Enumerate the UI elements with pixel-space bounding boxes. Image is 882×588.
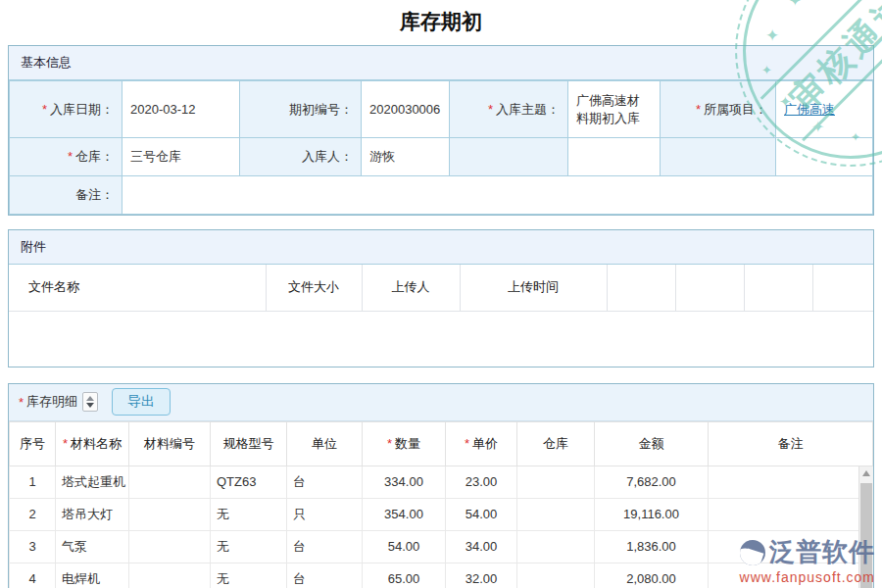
basic-info-panel: 基本信息 *入库日期： 2020-03-12 期初编号： 2020030006 … <box>8 45 874 216</box>
cell-material-name: 电焊机 <box>56 563 129 588</box>
col-remark: 备注 <box>709 421 873 466</box>
cell-material-name: 气泵 <box>56 530 129 563</box>
sort-up-arrow-icon <box>86 396 94 401</box>
cell-quantity: 54.00 <box>363 530 446 563</box>
cell-unit: 台 <box>287 466 363 498</box>
sort-down-arrow-icon <box>86 403 94 408</box>
cell-unit-price: 34.00 <box>446 530 517 563</box>
col-empty <box>675 265 744 311</box>
cell-quantity: 354.00 <box>363 498 446 530</box>
cell-quantity: 65.00 <box>363 563 446 588</box>
basic-info-table: *入库日期： 2020-03-12 期初编号： 2020030006 *入库主题… <box>9 80 873 215</box>
cell-unit: 台 <box>287 563 363 588</box>
col-upload-time: 上传时间 <box>460 265 607 311</box>
required-asterisk: * <box>63 436 68 451</box>
cell-amount: 7,682.00 <box>595 466 709 498</box>
col-uploader: 上传人 <box>362 265 460 311</box>
required-asterisk: * <box>387 436 392 451</box>
fanpu-url-text: www.fanpusoft.com <box>740 569 875 585</box>
col-material-code: 材料编号 <box>129 421 211 466</box>
cell-material-code <box>129 498 211 530</box>
cell-quantity: 334.00 <box>363 466 446 498</box>
cell-amount: 19,116.00 <box>595 498 709 530</box>
cell-unit-price: 23.00 <box>446 466 517 498</box>
project-link[interactable]: 广佛高速 <box>784 102 835 117</box>
col-spec-model: 规格型号 <box>211 421 287 466</box>
cell-unit: 台 <box>287 530 363 563</box>
cell-unit: 只 <box>287 498 363 530</box>
cell-remark <box>709 498 873 530</box>
ruku-person-value: 游恢 <box>362 138 450 176</box>
attachment-panel: 附件 文件名称 文件大小 上传人 上传时间 <box>8 229 874 368</box>
col-empty <box>812 265 873 311</box>
detail-section-label: * 库存明细 <box>19 392 98 412</box>
page-title: 库存期初 <box>0 0 882 45</box>
project-label: *所属项目： <box>661 81 776 138</box>
ruku-subject-value: 广佛高速材料期初入库 <box>568 81 661 138</box>
cell-unit-price: 54.00 <box>446 498 517 530</box>
required-asterisk: * <box>42 102 47 117</box>
cell-material-name: 塔式起重机 <box>56 466 129 498</box>
basic-info-row-2: *仓库： 三号仓库 入库人： 游恢 <box>10 138 873 176</box>
attachment-table: 文件名称 文件大小 上传人 上传时间 <box>9 265 873 312</box>
required-asterisk: * <box>465 436 469 451</box>
ruku-date-label: *入库日期： <box>10 81 122 138</box>
col-unit-price: *单价 <box>446 421 517 466</box>
scrollbar-up-arrow-icon[interactable] <box>859 466 873 481</box>
fanpu-watermark: 泛普软件 www.fanpusoft.com <box>740 535 875 585</box>
cell-remark <box>709 466 873 498</box>
col-empty <box>744 265 812 311</box>
remark-label: 备注： <box>10 176 122 215</box>
col-warehouse: 仓库 <box>517 421 595 466</box>
remark-value <box>122 176 873 215</box>
cell-spec-model: 无 <box>211 498 287 530</box>
cell-seq: 2 <box>10 498 56 530</box>
empty-cell <box>450 138 568 176</box>
ruku-subject-label: *入库主题： <box>450 81 568 138</box>
col-material-name: *材料名称 <box>56 421 129 466</box>
cell-spec-model: 无 <box>211 563 287 588</box>
cell-amount: 2,080.00 <box>595 563 709 588</box>
cell-material-code <box>129 530 211 563</box>
basic-info-row-1: *入库日期： 2020-03-12 期初编号： 2020030006 *入库主题… <box>10 81 873 138</box>
cell-warehouse <box>517 530 595 563</box>
cell-material-code <box>129 563 211 588</box>
table-row: 2 塔吊大灯 无 只 354.00 54.00 19,116.00 <box>10 498 873 530</box>
col-file-name: 文件名称 <box>9 265 266 311</box>
warehouse-value: 三号仓库 <box>122 138 240 176</box>
cell-seq: 1 <box>10 466 56 498</box>
fanpu-logo-row: 泛普软件 <box>740 535 875 569</box>
basic-info-row-3: 备注： <box>10 176 873 215</box>
detail-header-row: 序号 *材料名称 材料编号 规格型号 单位 *数量 *单价 仓库 金额 备注 <box>10 421 873 466</box>
fanpu-logo-text: 泛普软件 <box>769 535 875 569</box>
project-value: 广佛高速 <box>776 81 873 138</box>
sort-spinner-icon[interactable] <box>82 392 98 412</box>
cell-material-name: 塔吊大灯 <box>56 498 129 530</box>
basic-info-section-title: 基本信息 <box>9 46 873 80</box>
empty-cell <box>776 138 873 176</box>
warehouse-label: *仓库： <box>10 138 122 176</box>
cell-spec-model: QTZ63 <box>211 466 287 498</box>
cell-amount: 1,836.00 <box>595 530 709 563</box>
attachment-empty-body <box>9 312 873 367</box>
col-seq: 序号 <box>10 421 56 466</box>
cell-seq: 3 <box>10 530 56 563</box>
cell-warehouse <box>517 563 595 588</box>
ruku-person-label: 入库人： <box>240 138 362 176</box>
col-quantity: *数量 <box>363 421 446 466</box>
table-row: 1 塔式起重机 QTZ63 台 334.00 23.00 7,682.00 <box>10 466 873 498</box>
cell-unit-price: 32.00 <box>446 563 517 588</box>
required-asterisk: * <box>696 102 701 117</box>
cell-material-code <box>129 466 211 498</box>
fanpu-logo-icon <box>740 540 765 565</box>
empty-cell <box>568 138 661 176</box>
cell-spec-model: 无 <box>211 530 287 563</box>
export-button[interactable]: 导出 <box>112 388 171 416</box>
cell-seq: 4 <box>10 563 56 588</box>
attachment-section-title: 附件 <box>9 230 873 265</box>
col-unit: 单位 <box>287 421 363 466</box>
qichu-no-label: 期初编号： <box>240 81 362 138</box>
required-asterisk: * <box>68 149 73 164</box>
empty-cell <box>661 138 776 176</box>
qichu-no-value: 2020030006 <box>362 81 450 138</box>
